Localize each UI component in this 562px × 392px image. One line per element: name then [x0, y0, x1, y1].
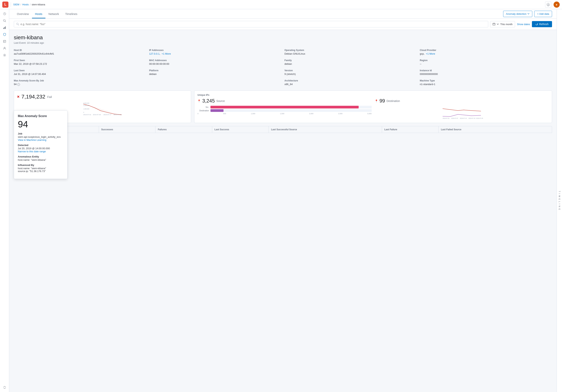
anomaly-detection-button[interactable]: Anomaly detection — [503, 11, 532, 17]
cog-icon — [3, 54, 6, 57]
col-successes[interactable]: Successes — [99, 126, 155, 133]
machine-value: n1-standard-1 — [420, 83, 552, 86]
anomaly-popup: Max Anomaly Score 94 Job siem-api-suspic… — [14, 110, 68, 179]
ip-primary-link[interactable]: 127.0.0.1 — [149, 52, 160, 55]
clock-icon — [3, 12, 6, 15]
unique-ips-header: Unique IPs — [198, 94, 549, 96]
sidebar-icon-box[interactable] — [1, 38, 8, 45]
fail-label: Fail — [47, 95, 52, 98]
popup-job-value: siem-api-suspicious_login_activity_ecs — [18, 136, 63, 138]
info-icon: i — [17, 83, 20, 86]
breadcrumb: SIEM / Hosts / siem-kibana — [13, 3, 45, 6]
layout: Overview Hosts Network Timelines Anomaly… — [0, 9, 562, 392]
ip-more-link[interactable]: +1 More — [162, 52, 171, 55]
sidebar-icon-chart[interactable] — [1, 24, 8, 31]
breadcrumb-hosts[interactable]: Hosts — [22, 3, 29, 6]
detail-os: Operating System Debian GNU/Linux — [284, 49, 417, 55]
src-count: 3,245 — [202, 98, 215, 104]
host-name-title: siem-kibana — [14, 35, 552, 41]
detail-version: Version 9 (stretch) — [284, 69, 417, 75]
header-tabs: Overview Hosts Network Timelines Anomaly… — [9, 9, 557, 19]
tab-timelines[interactable]: Timelines — [62, 9, 81, 18]
src-label: Source — [216, 99, 225, 103]
timeline-sidebar[interactable]: T I M E L I N E — [557, 9, 562, 392]
sidebar — [0, 9, 9, 392]
popup-title: Max Anomaly Score — [18, 114, 63, 118]
os-value: Debian GNU/Linux — [284, 52, 417, 55]
cloud-primary: gcp, — [420, 52, 425, 55]
svg-text:1,000,000: 1,000,000 — [83, 108, 89, 110]
arch-value: x86_64 — [284, 83, 417, 86]
anomaly-info-badge[interactable]: i — [17, 83, 20, 86]
expand-icon — [3, 386, 6, 389]
sidebar-icon-clock[interactable] — [1, 11, 8, 17]
search-input[interactable] — [21, 23, 486, 26]
chevron-down-icon — [527, 13, 529, 15]
svg-text:2019-07-19: 2019-07-19 — [468, 118, 475, 119]
detail-cloud: Cloud Provider gcp, +1 More — [420, 49, 552, 55]
search-icon-sidebar — [3, 19, 6, 22]
top-bar: L SIEM / Hosts / siem-kibana e — [0, 0, 562, 9]
top-bar-right: e — [545, 1, 560, 8]
date-picker[interactable]: This month — [490, 21, 515, 27]
tab-overview[interactable]: Overview — [14, 9, 32, 18]
settings-button[interactable] — [545, 1, 551, 8]
anomaly-score-value: 94 — [14, 83, 16, 86]
detail-ip: IP Addresses 127.0.0.1, +1 More — [149, 49, 281, 55]
popup-detected-section: Detected Jul 20, 2019 @ 14:00:00.000 Nar… — [18, 144, 63, 153]
refresh-label: Refresh — [539, 23, 549, 26]
detail-machine-type: Machine Type n1-standard-1 — [420, 79, 552, 86]
cloud-more-link[interactable]: +1 More — [426, 52, 435, 55]
mac-value: 00:00:00:00:00:00 — [149, 62, 281, 65]
svg-rect-5 — [3, 40, 6, 43]
anomaly-score-display: 94 i — [14, 83, 146, 86]
view-ml-link[interactable]: View in Machine Learning — [18, 138, 47, 141]
src-ips-section: 📍 3,245 Source Src. — [198, 98, 372, 120]
date-range-label: This month — [500, 23, 513, 26]
svg-text:2019-07-09: 2019-07-09 — [93, 114, 101, 115]
detail-family: Family debian — [284, 59, 417, 65]
sidebar-icon-search[interactable] — [1, 18, 8, 24]
svg-text:2019-07-01: 2019-07-01 — [83, 114, 91, 115]
detail-mac: MAC Addresses 00:00:00:00:00:00 — [149, 59, 281, 65]
svg-rect-4 — [5, 26, 6, 29]
detail-anomaly: Max Anomaly Score By Job 94 i — [14, 79, 146, 86]
add-data-button[interactable]: + Add data — [534, 11, 552, 17]
col-failures[interactable]: Failures — [155, 126, 212, 133]
stats-row: × 7,194,232 Fail 2019-07-0 — [14, 91, 552, 123]
tab-hosts[interactable]: Hosts — [32, 9, 46, 18]
version-label: Version — [284, 69, 417, 72]
tab-network[interactable]: Network — [46, 9, 62, 18]
svg-rect-2 — [3, 28, 4, 29]
col-last-failure[interactable]: Last Failure — [382, 126, 439, 133]
popup-influenced-val1: host.name: "siem-kibana" — [18, 167, 63, 170]
sidebar-icon-user[interactable] — [1, 45, 8, 51]
detail-instance: Instance Id 0000000000000 — [420, 69, 552, 75]
col-last-failure-src[interactable]: Last Failed Source — [439, 126, 552, 133]
avatar[interactable]: e — [554, 1, 560, 8]
col-last-success-src[interactable]: Last Successful Source — [269, 126, 382, 133]
svg-text:3,000,000: 3,000,000 — [83, 103, 89, 104]
logo: L — [2, 1, 8, 8]
calendar-icon — [493, 23, 495, 25]
region-label: Region — [420, 59, 552, 62]
popup-detected-label: Detected — [18, 144, 63, 147]
detail-host-id: Host ID aa7ca589f1b8220002f2fc61c64cfbf1 — [14, 49, 146, 55]
refresh-icon — [535, 23, 538, 25]
popup-influenced-label: Influenced By — [18, 164, 63, 166]
breadcrumb-siem[interactable]: SIEM — [13, 3, 19, 6]
show-dates-link[interactable]: Show dates — [517, 23, 530, 26]
svg-point-6 — [4, 47, 5, 48]
dst-pin-icon: 📍 — [375, 99, 378, 103]
sidebar-icon-gear[interactable] — [1, 52, 8, 58]
instance-label: Instance Id — [420, 69, 552, 72]
narrow-date-link[interactable]: Narrow to this date range — [18, 150, 46, 153]
col-last-success[interactable]: Last Success — [212, 126, 269, 133]
refresh-button[interactable]: Refresh — [532, 21, 552, 27]
sidebar-icon-expand[interactable] — [1, 384, 8, 391]
sidebar-icon-shield[interactable] — [1, 31, 8, 37]
dst-bar-track — [211, 109, 372, 112]
anomaly-label: Max Anomaly Score By Job — [14, 79, 146, 82]
detail-region: Region -- — [420, 59, 552, 65]
svg-rect-9 — [493, 23, 495, 25]
